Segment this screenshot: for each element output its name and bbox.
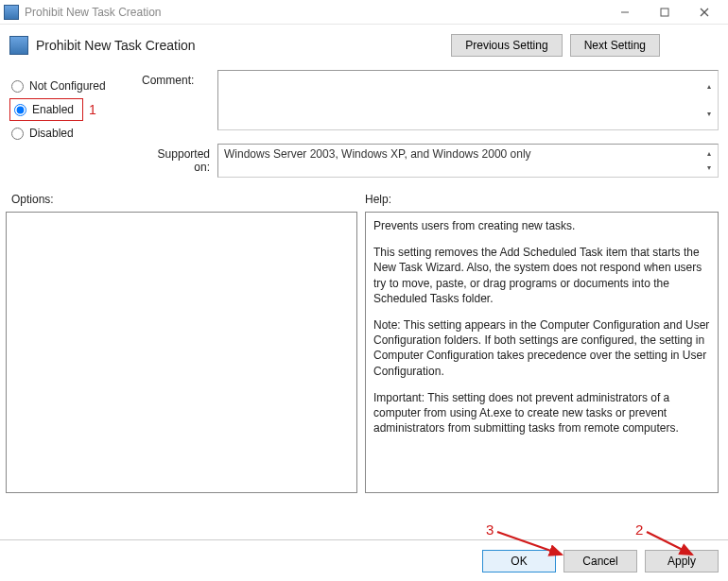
comment-textarea[interactable]: ▴▾	[217, 70, 719, 130]
window-controls	[605, 0, 724, 25]
body-top: Not Configured Enabled 1 Disabled Commen…	[0, 64, 728, 187]
radio-enabled-label: Enabled	[32, 103, 74, 116]
supported-box: Windows Server 2003, Windows XP, and Win…	[217, 144, 719, 178]
footer: OK Cancel Apply	[0, 539, 728, 581]
supported-label: Supported on:	[142, 144, 217, 174]
help-panel: Prevents users from creating new tasks. …	[365, 212, 719, 493]
comment-label: Comment:	[142, 70, 217, 87]
options-panel	[6, 212, 357, 493]
radio-disabled-input[interactable]	[11, 128, 24, 140]
annotation-2: 2	[635, 521, 643, 538]
help-p4: Important: This setting does not prevent…	[373, 390, 710, 436]
radio-enabled[interactable]: Enabled	[9, 98, 83, 121]
radio-not-configured-input[interactable]	[11, 80, 24, 93]
annotation-1: 1	[89, 102, 96, 117]
radio-disabled[interactable]: Disabled	[9, 121, 142, 145]
app-icon	[4, 5, 19, 20]
radio-not-configured[interactable]: Not Configured	[9, 74, 142, 98]
help-p2: This setting removes the Add Scheduled T…	[373, 245, 710, 306]
ok-button[interactable]: OK	[482, 550, 556, 572]
cancel-button[interactable]: Cancel	[563, 550, 637, 572]
minimize-button[interactable]	[605, 0, 645, 25]
help-p3: Note: This setting appears in the Comput…	[373, 317, 710, 379]
supported-value: Windows Server 2003, Windows XP, and Win…	[224, 147, 531, 161]
panels: Prevents users from creating new tasks. …	[0, 210, 728, 493]
header: Prohibit New Task Creation Previous Sett…	[0, 25, 728, 64]
help-p1: Prevents users from creating new tasks.	[373, 218, 710, 233]
next-setting-button[interactable]: Next Setting	[570, 34, 660, 57]
radio-not-configured-label: Not Configured	[29, 79, 106, 93]
help-label: Help:	[365, 193, 391, 206]
svg-rect-1	[661, 9, 668, 16]
radio-enabled-input[interactable]	[14, 104, 26, 116]
options-label: Options:	[11, 193, 365, 206]
previous-setting-button[interactable]: Previous Setting	[451, 34, 562, 57]
close-button[interactable]	[685, 0, 724, 25]
policy-title: Prohibit New Task Creation	[36, 38, 196, 53]
right-col: Comment: ▴▾ Supported on: Windows Server…	[142, 70, 719, 178]
titlebar: Prohibit New Task Creation	[0, 0, 728, 25]
labels-row: Options: Help:	[0, 187, 728, 210]
policy-icon	[9, 36, 28, 55]
supported-scroll[interactable]: ▴▾	[702, 146, 716, 175]
annotation-3: 3	[486, 521, 494, 538]
apply-button[interactable]: Apply	[645, 550, 719, 572]
maximize-button[interactable]	[645, 0, 685, 25]
comment-scroll[interactable]: ▴▾	[702, 73, 716, 128]
nav-buttons: Previous Setting Next Setting	[451, 34, 717, 57]
state-radios: Not Configured Enabled 1 Disabled	[9, 70, 142, 178]
radio-disabled-label: Disabled	[29, 127, 74, 140]
window-title: Prohibit New Task Creation	[25, 6, 162, 19]
